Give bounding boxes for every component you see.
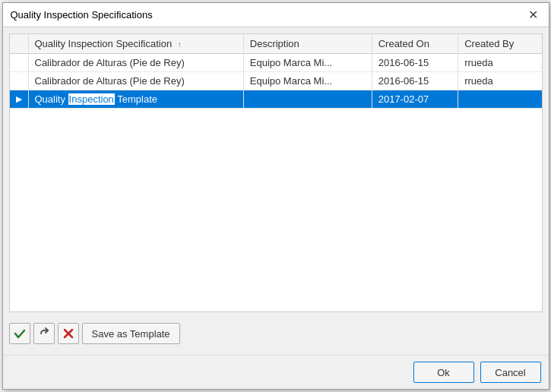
cell-created-by-3: [458, 90, 542, 109]
table-header-row: Quality Inspection Specification ↑ Descr…: [10, 34, 542, 54]
name-suffix: Template: [115, 93, 157, 105]
table-row[interactable]: Calibrador de Alturas (Pie de Rey) Equip…: [10, 72, 542, 90]
cell-name-1: Calibrador de Alturas (Pie de Rey): [28, 54, 243, 72]
cell-description-2: Equipo Marca Mi...: [243, 72, 372, 90]
cell-name-3: Quality Inspection Template: [28, 90, 243, 109]
name-prefix: Quality: [35, 93, 68, 105]
discard-button[interactable]: [33, 323, 55, 344]
cell-created-on-3: 2017-02-07: [372, 90, 458, 109]
cell-created-on-2: 2016-06-15: [372, 72, 458, 90]
col-header-name[interactable]: Quality Inspection Specification ↑: [28, 34, 243, 54]
close-button[interactable]: ✕: [526, 8, 541, 23]
table-row-selected[interactable]: ▶ Quality Inspection Template 2017-02-07: [10, 90, 542, 109]
dialog-window: Quality Inspection Specifications ✕ Qual…: [2, 2, 549, 390]
dialog-body: Quality Inspection Specification ↑ Descr…: [3, 27, 549, 355]
cancel-button[interactable]: Cancel: [480, 362, 541, 383]
cell-description-1: Equipo Marca Mi...: [243, 54, 372, 72]
ok-button[interactable]: Ok: [413, 362, 474, 383]
title-bar: Quality Inspection Specifications ✕: [3, 3, 549, 27]
toolbar: Save as Template: [9, 318, 543, 349]
name-highlight: Inspection: [68, 93, 115, 105]
cell-created-on-1: 2016-06-15: [372, 54, 458, 72]
discard-icon: [38, 327, 50, 340]
save-template-button[interactable]: Save as Template: [82, 323, 180, 344]
delete-icon: [63, 328, 74, 339]
check-icon: [14, 327, 26, 340]
col-header-indicator: [10, 34, 29, 54]
cell-created-by-1: rrueda: [458, 54, 542, 72]
table-container: Quality Inspection Specification ↑ Descr…: [9, 33, 543, 312]
col-header-created-by: Created By: [458, 34, 542, 54]
sort-icon: ↑: [178, 40, 182, 49]
cell-created-by-2: rrueda: [458, 72, 542, 90]
row-indicator-3: ▶: [10, 90, 29, 109]
table-row[interactable]: Calibrador de Alturas (Pie de Rey) Equip…: [10, 54, 542, 72]
window-title: Quality Inspection Specifications: [11, 9, 153, 21]
col-header-created-on: Created On: [372, 34, 458, 54]
confirm-button[interactable]: [9, 323, 30, 344]
cell-name-2: Calibrador de Alturas (Pie de Rey): [28, 72, 243, 90]
dialog-footer: Ok Cancel: [3, 355, 549, 389]
col-header-description: Description: [243, 34, 372, 54]
row-indicator-1: [10, 54, 29, 72]
row-indicator-2: [10, 72, 29, 90]
data-table: Quality Inspection Specification ↑ Descr…: [10, 34, 542, 109]
delete-button[interactable]: [58, 323, 79, 344]
cell-description-3: [243, 90, 372, 109]
